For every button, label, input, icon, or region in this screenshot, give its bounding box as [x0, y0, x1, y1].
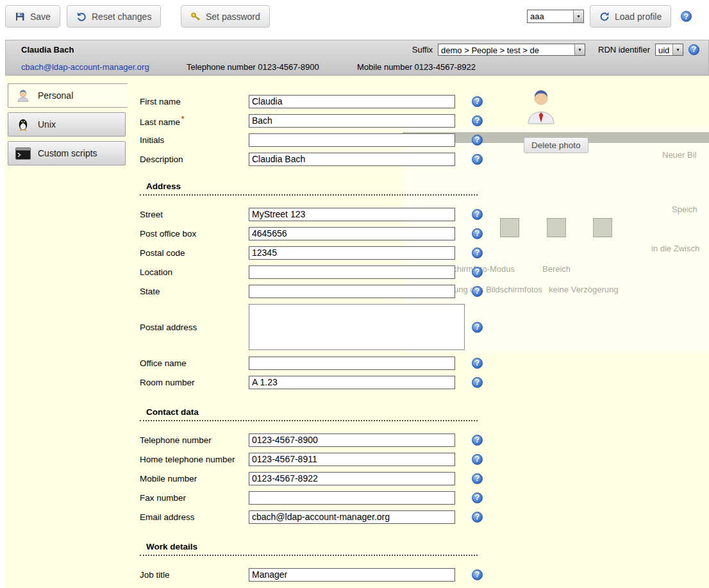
- field-label: State: [140, 287, 249, 296]
- help-icon[interactable]: ?: [472, 154, 483, 165]
- section-header-work-details: Work details: [140, 539, 478, 556]
- fax-number-input[interactable]: [249, 491, 455, 505]
- tab-unix-label: Unix: [38, 119, 56, 130]
- suffix-select-value: demo > People > test > de: [438, 44, 574, 55]
- job-title-input[interactable]: [249, 568, 455, 582]
- undo-arrow-icon: [76, 12, 87, 22]
- state-input[interactable]: [249, 285, 455, 298]
- ghost-thumbnail: [547, 218, 566, 237]
- first-name-input[interactable]: [249, 95, 455, 108]
- tab-custom-scripts-label: Custom scripts: [38, 148, 97, 158]
- help-icon[interactable]: ?: [472, 492, 483, 503]
- help-icon[interactable]: ?: [472, 377, 483, 388]
- suffix-label: Suffix: [412, 45, 433, 55]
- field-label: Postal address: [140, 323, 249, 332]
- help-icon[interactable]: ?: [472, 358, 483, 369]
- rdn-select[interactable]: uid ▼: [655, 44, 683, 56]
- mobile-summary: Mobile number 0123-4567-8922: [357, 62, 476, 72]
- help-icon[interactable]: ?: [472, 209, 483, 220]
- section-header-address: Address: [140, 179, 478, 196]
- post-office-box-input[interactable]: [249, 227, 455, 240]
- delete-photo-button[interactable]: Delete photo: [524, 137, 588, 153]
- form-row: Street ?: [140, 205, 499, 224]
- reset-changes-button[interactable]: Reset changes: [67, 5, 161, 28]
- last-name-input[interactable]: [249, 114, 455, 128]
- help-icon[interactable]: ?: [472, 322, 483, 333]
- header-help-icon[interactable]: ?: [688, 44, 699, 55]
- field-label: First name: [140, 97, 249, 106]
- help-icon[interactable]: ?: [472, 96, 483, 107]
- form-row: Location ?: [140, 262, 499, 281]
- form-row: Email address ?: [140, 507, 499, 526]
- load-profile-label: Load profile: [615, 12, 662, 22]
- reset-changes-label: Reset changes: [92, 12, 151, 22]
- help-icon[interactable]: ?: [472, 115, 483, 126]
- ghost-text: Speich: [672, 205, 697, 214]
- form-row: Postal address ?: [140, 301, 499, 353]
- telephone-number-input[interactable]: [249, 433, 455, 447]
- help-icon[interactable]: ?: [472, 454, 483, 465]
- help-icon[interactable]: ?: [472, 569, 483, 580]
- field-label: Post office box: [140, 229, 249, 239]
- chevron-down-icon: ▼: [573, 10, 583, 22]
- tab-unix[interactable]: Unix: [8, 112, 126, 137]
- form-row: Last name* ?: [140, 111, 499, 130]
- help-icon[interactable]: ?: [472, 435, 483, 446]
- suffix-select[interactable]: demo > People > test > de ▼: [438, 44, 585, 56]
- load-profile-button[interactable]: Load profile: [590, 5, 671, 28]
- form-row: Room number ?: [140, 373, 499, 392]
- help-icon[interactable]: ?: [472, 228, 483, 239]
- help-icon[interactable]: ?: [472, 135, 483, 146]
- form-row: Telephone number ?: [140, 430, 499, 449]
- description-input[interactable]: [249, 153, 455, 166]
- location-input[interactable]: [249, 265, 455, 279]
- key-icon: [190, 12, 201, 22]
- set-password-label: Set password: [206, 12, 260, 22]
- form-row: Description ?: [140, 149, 499, 169]
- email-link[interactable]: cbach@ldap-account-manager.org: [21, 62, 149, 72]
- form-row: Home telephone number ?: [140, 449, 499, 469]
- ghost-text: Bereich: [542, 264, 571, 274]
- tab-personal[interactable]: Personal: [8, 83, 128, 108]
- postal-code-input[interactable]: [249, 246, 455, 260]
- form-row: Postal code ?: [140, 243, 499, 262]
- set-password-button[interactable]: Set password: [181, 5, 270, 28]
- email-address-input[interactable]: [249, 510, 455, 524]
- ghost-text: Neuer Bil: [662, 150, 696, 160]
- field-label: Street: [140, 210, 249, 219]
- field-label-text: Last name: [140, 117, 180, 126]
- help-icon[interactable]: ?: [472, 267, 483, 278]
- field-label: Last name*: [140, 115, 249, 127]
- field-label: Initials: [140, 135, 249, 145]
- chevron-down-icon: ▼: [574, 44, 585, 55]
- form-row: Post office box ?: [140, 224, 499, 243]
- telephone-summary: Telephone number 0123-4567-8900: [187, 62, 319, 72]
- office-name-input[interactable]: [249, 357, 455, 370]
- toolbar-help-icon[interactable]: ?: [681, 11, 692, 22]
- field-label: Office name: [140, 358, 249, 368]
- ghost-thumbnail: [593, 218, 612, 237]
- rdn-label: RDN identifier: [598, 45, 650, 55]
- postal-address-textarea[interactable]: [249, 304, 465, 350]
- rdn-select-value: uid: [656, 44, 672, 55]
- room-number-input[interactable]: [249, 376, 455, 389]
- profile-select[interactable]: aaa ▼: [527, 10, 584, 23]
- home-telephone-number-input[interactable]: [249, 453, 455, 466]
- form-row: Mobile number ?: [140, 469, 499, 488]
- save-icon: [15, 12, 25, 22]
- help-icon[interactable]: ?: [472, 248, 483, 258]
- chevron-down-icon: ▼: [672, 44, 683, 55]
- personal-form: First name ? Last name* ? Initials ? Des…: [140, 92, 499, 584]
- help-icon[interactable]: ?: [472, 512, 483, 523]
- initials-input[interactable]: [249, 133, 455, 147]
- tab-personal-label: Personal: [38, 90, 73, 101]
- street-input[interactable]: [249, 208, 455, 221]
- help-icon[interactable]: ?: [472, 473, 483, 484]
- tab-custom-scripts[interactable]: Custom scripts: [8, 141, 126, 165]
- person-icon: [15, 88, 31, 103]
- help-icon[interactable]: ?: [472, 286, 483, 297]
- mobile-number-input[interactable]: [249, 472, 455, 485]
- save-button[interactable]: Save: [5, 5, 60, 28]
- toolbar: Save Reset changes Set password aaa ▼ Lo…: [0, 0, 709, 33]
- terminal-icon: [15, 147, 31, 160]
